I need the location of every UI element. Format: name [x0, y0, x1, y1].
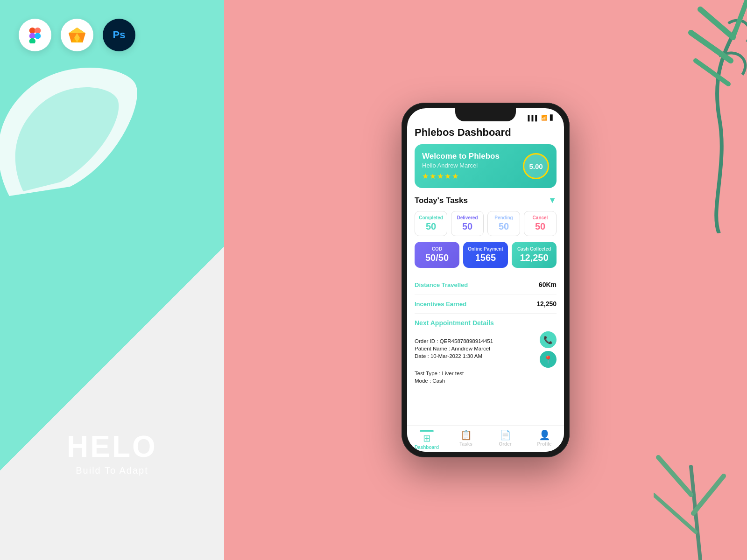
svg-line-12	[733, 0, 747, 37]
svg-line-14	[696, 61, 728, 84]
order-label: Order	[499, 441, 511, 447]
online-label: Online Payment	[468, 246, 503, 252]
svg-point-1	[35, 28, 41, 34]
sketch-icon	[61, 19, 93, 51]
welcome-text: Welcome to Phlebos Hello Andrew Marcel ★…	[422, 152, 500, 181]
cod-label: COD	[419, 246, 455, 252]
svg-point-2	[29, 33, 35, 39]
svg-point-4	[35, 33, 41, 39]
tasks-title: Today's Tasks	[415, 196, 468, 205]
stat-delivered: Delivered 50	[451, 211, 484, 236]
stat-completed: Completed 50	[415, 211, 447, 236]
distance-row: Distance Travelled 60Km	[415, 275, 557, 294]
welcome-user: Hello Andrew Marcel	[422, 162, 500, 169]
appointment-title: Next Appointment Details	[415, 319, 557, 327]
patient-name: Patient Name : Anndrew Marcel	[415, 346, 535, 351]
svg-line-16	[658, 457, 691, 495]
dashboard-icon: ⊞	[423, 433, 431, 444]
order-icon: 📄	[500, 429, 511, 441]
battery-icon: ▋	[550, 115, 554, 121]
phone-frame: ▌▌▌ 📶 ▋ Phlebos Dashboard Welcome to Phl…	[402, 103, 570, 457]
helo-brand-name: HELO	[67, 432, 157, 462]
incentives-label: Incentives Earned	[415, 301, 466, 308]
svg-point-0	[29, 28, 35, 34]
svg-line-11	[700, 9, 733, 37]
distance-label: Distance Travelled	[415, 281, 468, 288]
tasks-label: Tasks	[459, 441, 472, 447]
nav-dashboard[interactable]: ⊞ Dashboard	[407, 429, 446, 450]
task-stats: Completed 50 Delivered 50 Pending 50 C	[415, 211, 557, 236]
dashboard-label: Dashboard	[415, 445, 439, 450]
welcome-heading: Welcome to Phlebos	[422, 152, 500, 161]
cod-value: 50/50	[419, 252, 455, 263]
helo-tagline: Build To Adapt	[67, 465, 157, 476]
order-id: Order ID : QER45878898914451	[415, 338, 535, 344]
appt-date: Date : 10-Mar-2022 1:30 AM	[415, 353, 535, 359]
bottom-nav: ⊞ Dashboard 📋 Tasks 📄 Order 👤 Profile	[407, 425, 564, 452]
figma-icon	[19, 19, 51, 51]
right-panel: ▌▌▌ 📶 ▋ Phlebos Dashboard Welcome to Phl…	[224, 0, 747, 560]
phone-mockup: ▌▌▌ 📶 ▋ Phlebos Dashboard Welcome to Phl…	[402, 103, 570, 457]
profile-label: Profile	[537, 441, 551, 447]
stat-cancel-value: 50	[528, 221, 552, 232]
stat-completed-label: Completed	[419, 215, 443, 220]
online-value: 1565	[468, 252, 503, 263]
svg-line-18	[654, 495, 696, 532]
appointment-row: Order ID : QER45878898914451 Patient Nam…	[415, 331, 557, 368]
ps-icon: Ps	[103, 19, 135, 51]
test-type: Test Type : Liver test	[415, 371, 557, 376]
tasks-section-header: Today's Tasks ▼	[415, 196, 557, 205]
cash-label: Cash Collected	[516, 246, 552, 252]
profile-icon: 👤	[539, 429, 550, 441]
incentives-value: 12,250	[536, 300, 557, 308]
appointment-info: Order ID : QER45878898914451 Patient Nam…	[415, 338, 535, 361]
app-title: Phlebos Dashboard	[415, 123, 557, 144]
stat-delivered-value: 50	[455, 221, 479, 232]
stat-cancel-label: Cancel	[528, 215, 552, 220]
leaf-bottom-right	[654, 420, 747, 560]
tasks-icon: 📋	[460, 429, 472, 441]
nav-order[interactable]: 📄 Order	[486, 429, 525, 450]
welcome-card: Welcome to Phlebos Hello Andrew Marcel ★…	[415, 144, 557, 188]
status-icons: ▌▌▌ 📶 ▋	[528, 115, 554, 121]
star-rating: ★★★★★	[422, 172, 500, 181]
action-buttons: 📞 📍	[540, 331, 557, 368]
wifi-icon: 📶	[541, 115, 548, 121]
stat-pending-value: 50	[492, 221, 516, 232]
phone-screen: ▌▌▌ 📶 ▋ Phlebos Dashboard Welcome to Phl…	[407, 108, 564, 452]
stat-pending-label: Pending	[492, 215, 516, 220]
stat-completed-value: 50	[419, 221, 443, 232]
svg-point-3	[29, 38, 35, 43]
svg-line-13	[691, 33, 731, 61]
cash-value: 12,250	[516, 252, 552, 263]
nav-profile[interactable]: 👤 Profile	[525, 429, 564, 450]
tool-icons-container: Ps	[19, 19, 135, 51]
stat-cancel: Cancel 50	[524, 211, 557, 236]
call-button[interactable]: 📞	[540, 331, 557, 348]
svg-line-17	[693, 476, 724, 513]
signal-icon: ▌▌▌	[528, 115, 539, 121]
incentives-row: Incentives Earned 12,250	[415, 294, 557, 314]
filter-icon[interactable]: ▼	[548, 196, 557, 205]
payment-cash: Cash Collected 12,250	[512, 242, 557, 268]
location-button[interactable]: 📍	[540, 351, 557, 368]
payment-cod: COD 50/50	[415, 242, 459, 268]
payment-mode: Mode : Cash	[415, 378, 557, 384]
stat-pending: Pending 50	[487, 211, 520, 236]
payment-cards: COD 50/50 Online Payment 1565 Cash Colle…	[415, 242, 557, 268]
rating-circle: 5.00	[523, 153, 549, 179]
phone-notch	[455, 108, 516, 121]
payment-online: Online Payment 1565	[463, 242, 508, 268]
distance-value: 60Km	[539, 281, 557, 288]
helo-logo: HELO Build To Adapt	[67, 432, 157, 476]
leaf-top-right	[616, 0, 747, 233]
appointment-section: Next Appointment Details Order ID : QER4…	[415, 319, 557, 384]
left-panel: Ps HELO Build To Adapt	[0, 0, 224, 560]
leaf-decoration	[0, 47, 149, 210]
nav-tasks[interactable]: 📋 Tasks	[446, 429, 486, 450]
app-content: Phlebos Dashboard Welcome to Phlebos Hel…	[407, 123, 564, 425]
stat-delivered-label: Delivered	[455, 215, 479, 220]
